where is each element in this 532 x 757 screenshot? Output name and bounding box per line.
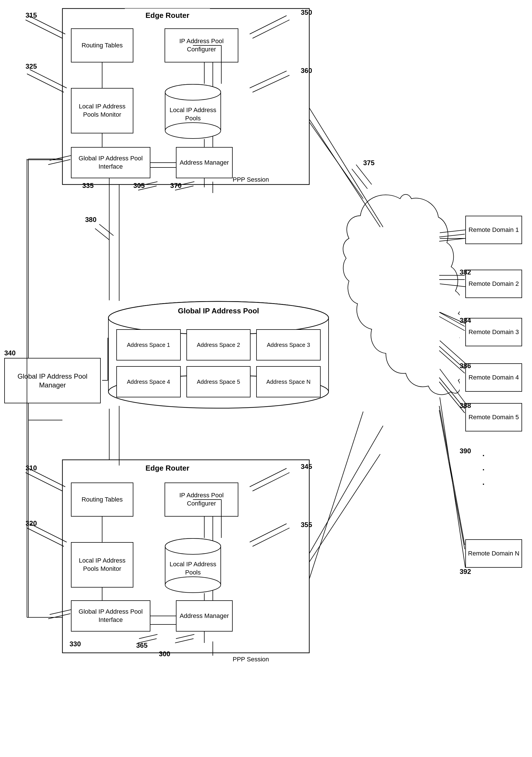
ref-330: 330 <box>70 640 81 648</box>
ref-360: 360 <box>301 67 312 75</box>
address-space-n: Address Space N <box>256 366 321 397</box>
edge-router-bottom-label: Edge Router <box>125 461 210 475</box>
ref-386: 386 <box>459 362 471 370</box>
address-space-5: Address Space 5 <box>187 366 251 397</box>
svg-point-50 <box>165 538 221 554</box>
svg-line-83 <box>250 524 286 542</box>
svg-line-82 <box>252 472 289 491</box>
ref-315: 315 <box>25 11 37 19</box>
routing-tables-bottom: Routing Tables <box>71 483 133 517</box>
remote-domain-2: Remote Domain 2 <box>465 270 522 298</box>
ref-370: 370 <box>170 182 182 190</box>
ip-pool-configurer-bottom: IP Address Pool Configurer <box>164 483 238 517</box>
ref-350: 350 <box>301 9 312 16</box>
ref-300: 300 <box>159 650 170 658</box>
ppp-session-top: PPP Session <box>233 176 269 183</box>
svg-line-53 <box>30 70 67 88</box>
remote-domain-4: Remote Domain 4 <box>465 363 522 392</box>
remote-domain-5: Remote Domain 5 <box>465 403 522 432</box>
svg-line-86 <box>48 614 70 619</box>
edge-router-top-label: Edge Router <box>125 9 210 23</box>
ref-355: 355 <box>301 521 312 529</box>
local-ip-pools-monitor-bottom: Local IP Address Pools Monitor <box>71 542 133 588</box>
address-space-2: Address Space 2 <box>187 329 251 360</box>
ref-390: 390 <box>459 447 471 455</box>
svg-line-68 <box>95 228 109 240</box>
svg-point-49 <box>165 577 221 593</box>
svg-line-67 <box>99 224 113 236</box>
svg-line-55 <box>250 15 286 34</box>
ip-pool-configurer-top: IP Address Pool Configurer <box>164 28 238 62</box>
svg-line-84 <box>252 528 289 546</box>
svg-line-89 <box>176 634 194 639</box>
diagram-container: Edge Router Routing Tables IP Address Po… <box>0 0 532 757</box>
svg-line-57 <box>250 71 286 88</box>
svg-line-58 <box>252 75 289 92</box>
address-space-4: Address Space 4 <box>116 366 181 397</box>
remote-domain-3: Remote Domain 3 <box>465 318 522 346</box>
ref-325: 325 <box>25 62 37 71</box>
svg-line-65 <box>356 165 372 185</box>
svg-line-85 <box>50 610 71 615</box>
svg-line-56 <box>252 20 289 38</box>
ref-388: 388 <box>459 402 471 409</box>
ref-340: 340 <box>4 349 15 357</box>
local-ip-pools-bottom: Local IP Address Pools <box>164 538 221 593</box>
svg-line-80 <box>27 528 64 546</box>
routing-tables-top: Routing Tables <box>71 28 133 62</box>
svg-line-52 <box>25 20 62 38</box>
ref-375: 375 <box>363 159 374 167</box>
svg-line-54 <box>27 74 64 92</box>
ref-382: 382 <box>459 268 471 276</box>
svg-line-32 <box>309 426 383 554</box>
svg-line-59 <box>50 156 71 160</box>
global-ip-pool-interface-bottom: Global IP Address Pool Interface <box>71 600 150 631</box>
svg-line-81 <box>250 468 286 487</box>
remote-domain-1: Remote Domain 1 <box>465 216 522 244</box>
global-ip-pool-interface-top: Global IP Address Pool Interface <box>71 147 150 178</box>
ref-335: 335 <box>82 182 94 190</box>
svg-line-90 <box>175 639 193 643</box>
ppp-session-bottom: PPP Session <box>233 656 269 663</box>
ref-384: 384 <box>459 317 471 324</box>
svg-point-38 <box>165 84 221 100</box>
cloud-network <box>340 185 459 440</box>
address-space-3: Address Space 3 <box>256 329 321 360</box>
svg-line-60 <box>48 160 70 165</box>
ref-305: 305 <box>133 182 145 190</box>
global-ip-pool-manager: Global IP Address Pool Manager <box>4 358 101 403</box>
ref-320: 320 <box>25 519 37 528</box>
svg-line-87 <box>139 634 158 639</box>
local-ip-pools-top: Local IP Address Pools <box>164 84 221 139</box>
svg-line-78 <box>25 472 62 491</box>
address-space-1: Address Space 1 <box>116 329 181 360</box>
ellipsis-dots: · · · <box>482 448 485 491</box>
svg-point-37 <box>165 123 221 138</box>
ref-365: 365 <box>136 642 148 650</box>
ref-345: 345 <box>301 463 312 470</box>
ref-380: 380 <box>85 216 97 224</box>
address-manager-bottom: Address Manager <box>176 600 233 631</box>
remote-domain-n: Remote Domain N <box>465 539 522 568</box>
ref-392: 392 <box>459 568 471 576</box>
address-manager-top: Address Manager <box>176 147 233 178</box>
global-ip-pool-cylinder: Global IP Address Pool Address Space 1 A… <box>108 301 329 409</box>
svg-line-92 <box>309 454 380 562</box>
local-ip-pools-monitor-top: Local IP Address Pools Monitor <box>71 88 133 134</box>
ref-310: 310 <box>25 464 37 472</box>
